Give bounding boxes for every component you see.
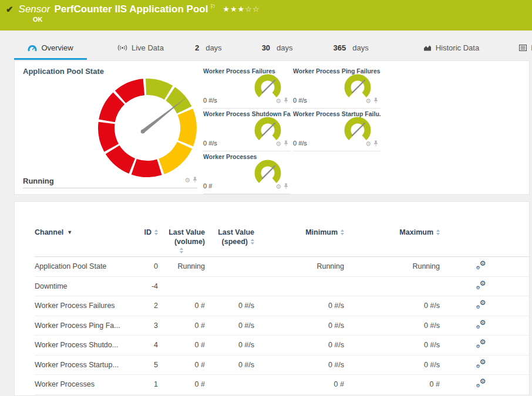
gear-icon[interactable]: ⚙ xyxy=(365,98,371,104)
status-check-icon: ✔ xyxy=(6,4,14,15)
sensor-type-label: Sensor xyxy=(19,4,50,15)
small-gauge-value: 0 #/s xyxy=(203,140,217,147)
tab-label: Overview xyxy=(41,43,73,52)
application-pool-state-gauge xyxy=(96,76,199,180)
cell-last-value-speed: 0 #/s xyxy=(205,361,254,369)
cell-id: 1 xyxy=(126,380,158,388)
sort-icon[interactable] xyxy=(251,239,254,245)
cell-last-value-volume: 0 # xyxy=(158,361,205,369)
primary-gauge-value-row: Running ⚙ xyxy=(23,175,197,188)
gear-icon[interactable]: ⚙ xyxy=(365,141,371,147)
cell-last-value-volume: 0 # xyxy=(158,321,205,330)
column-header-id[interactable]: ID xyxy=(126,228,158,237)
sensor-title: PerfCounter IIS Application Pool xyxy=(54,4,208,15)
sort-icon[interactable] xyxy=(180,248,183,253)
table-row: Worker Processes10 #0 #0 #⚙⚙ xyxy=(35,375,529,395)
small-gauge-value: 0 # xyxy=(203,182,212,189)
table-row: Worker Process Startup...50 #0 #/s0 #/s0… xyxy=(35,356,529,375)
tab-number: 2 xyxy=(195,43,199,52)
column-header-maximum[interactable]: Maximum xyxy=(344,228,440,237)
cell-minimum: 0 #/s xyxy=(254,341,344,349)
table-row: Worker Process Shutdo...40 #0 #/s0 #/s0 … xyxy=(35,336,529,356)
edit-channel-gears-icon[interactable]: ⚙⚙ xyxy=(476,300,486,309)
cell-minimum: 0 #/s xyxy=(254,321,344,330)
edit-channel-gears-icon[interactable]: ⚙⚙ xyxy=(476,379,486,388)
flag-icon[interactable]: ⚐ xyxy=(210,3,216,11)
chart-icon xyxy=(423,45,432,51)
cell-channel: Worker Process Shutdo... xyxy=(35,341,126,349)
cell-last-value-volume: Running xyxy=(158,262,205,270)
tab-label: days xyxy=(206,43,221,52)
priority-stars[interactable]: ★★★☆☆ xyxy=(223,5,260,13)
gear-icon[interactable]: ⚙ xyxy=(275,98,281,104)
cell-id: -4 xyxy=(126,282,158,290)
tab-log[interactable]: Log xyxy=(513,39,532,60)
cell-id: 5 xyxy=(126,361,158,369)
column-header-channel[interactable]: Channel▼ xyxy=(35,228,126,237)
tab-historic-data[interactable]: Historic Data xyxy=(417,39,485,60)
cell-maximum: 0 #/s xyxy=(344,321,440,330)
column-header-last-value[interactable]: Last Value(speed) xyxy=(205,228,254,246)
pin-icon[interactable] xyxy=(284,181,288,192)
pin-icon[interactable] xyxy=(373,138,378,149)
tab-label: days xyxy=(277,43,292,52)
tab-2-days[interactable]: 2days xyxy=(189,39,228,60)
pin-icon[interactable] xyxy=(373,96,378,106)
small-gauge-cell: Worker Processes0 #⚙ xyxy=(203,151,291,194)
channel-table-header: Channel▼IDLast Value(volume)Last Value(s… xyxy=(35,228,529,257)
table-row: Worker Process Ping Fa...30 #0 #/s0 #/s0… xyxy=(35,316,529,336)
edit-channel-gears-icon[interactable]: ⚙⚙ xyxy=(476,320,486,329)
cell-channel: Worker Process Failures xyxy=(35,302,126,310)
cell-channel: Worker Process Ping Fa... xyxy=(35,321,126,330)
pin-icon[interactable] xyxy=(284,138,288,149)
gear-icon[interactable]: ⚙ xyxy=(184,177,190,184)
cell-last-value-volume: 0 # xyxy=(158,302,205,310)
cell-maximum: Running xyxy=(344,262,440,270)
pin-icon[interactable] xyxy=(284,96,288,106)
edit-channel-gears-icon[interactable]: ⚙⚙ xyxy=(476,340,486,348)
cell-id: 0 xyxy=(126,262,158,270)
cell-minimum: Running xyxy=(254,262,344,270)
sort-icon[interactable] xyxy=(436,229,440,235)
gear-icon[interactable]: ⚙ xyxy=(275,184,281,190)
edit-channel-gears-icon[interactable]: ⚙⚙ xyxy=(476,261,486,270)
cell-maximum: 0 #/s xyxy=(344,302,440,310)
column-header-last-value[interactable]: Last Value(volume) xyxy=(158,228,205,253)
primary-gauge-value: Running xyxy=(23,177,54,185)
cell-last-value-volume: 0 # xyxy=(158,380,205,388)
edit-channel-gears-icon[interactable]: ⚙⚙ xyxy=(476,360,486,368)
tab-label: Historic Data xyxy=(436,43,479,52)
tab-number: 365 xyxy=(334,43,346,52)
small-gauge-value: 0 #/s xyxy=(203,97,217,104)
gear-icon[interactable]: ⚙ xyxy=(275,141,281,147)
small-gauge-cell: Worker Process Ping Failures0 #/s⚙ xyxy=(293,66,381,109)
cell-id: 4 xyxy=(126,341,158,349)
edit-channel-gears-icon[interactable]: ⚙⚙ xyxy=(476,281,486,290)
pin-icon[interactable] xyxy=(193,175,197,185)
column-header-minimum[interactable]: Minimum xyxy=(254,228,344,237)
tab-live-data[interactable]: Live Data xyxy=(112,39,170,60)
cell-id: 2 xyxy=(126,302,158,310)
broadcast-icon xyxy=(117,45,127,51)
sort-desc-icon[interactable]: ▼ xyxy=(67,228,72,237)
sensor-header: ✔ Sensor PerfCounter IIS Application Poo… xyxy=(0,0,532,31)
table-row: Downtime-4⚙⚙ xyxy=(35,277,529,297)
cell-channel: Application Pool State xyxy=(35,262,126,270)
tab-label: Live Data xyxy=(132,43,164,52)
small-gauge-value: 0 #/s xyxy=(293,140,307,147)
cell-maximum: 0 #/s xyxy=(344,361,440,369)
small-gauge-cell: Worker Process Failures0 #/s⚙ xyxy=(203,66,291,109)
log-icon xyxy=(519,45,527,51)
tab-365-days[interactable]: 365days xyxy=(328,39,375,60)
cell-id: 3 xyxy=(126,321,158,330)
gauge-icon xyxy=(28,45,37,52)
cell-maximum: 0 # xyxy=(344,380,440,388)
cell-last-value-volume: 0 # xyxy=(158,341,205,349)
tab-30-days[interactable]: 30days xyxy=(256,39,299,60)
status-badge: OK xyxy=(33,16,526,23)
cell-last-value-speed: 0 #/s xyxy=(205,302,254,310)
small-gauge-cell: Worker Process Shutdown Fa...0 #/s⚙ xyxy=(203,109,291,151)
tab-overview[interactable]: Overview xyxy=(14,39,87,60)
cell-channel: Worker Processes xyxy=(35,380,126,388)
small-gauge-cell: Worker Process Startup Failu...0 #/s⚙ xyxy=(293,109,381,151)
